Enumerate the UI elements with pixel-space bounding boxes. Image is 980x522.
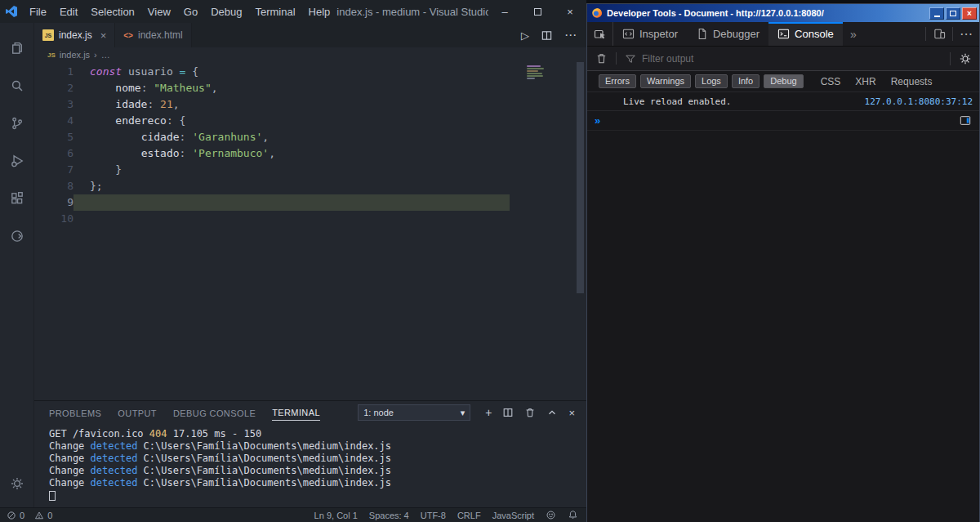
filter-warnings[interactable]: Warnings [640, 74, 691, 88]
console-input-row[interactable]: » [587, 111, 979, 131]
split-terminal-icon[interactable] [502, 407, 514, 418]
close-tab-icon[interactable]: × [100, 29, 107, 42]
notifications-bell-icon[interactable] [568, 510, 578, 520]
filter-errors[interactable]: Errors [599, 74, 636, 88]
menu-terminal[interactable]: Terminal [248, 0, 301, 23]
tab-overflow-chevron[interactable]: » [843, 22, 864, 46]
tab-label: Console [795, 28, 834, 40]
new-terminal-icon[interactable]: + [485, 406, 492, 419]
menu-go[interactable]: Go [177, 0, 204, 23]
code-line[interactable]: 9 [34, 194, 586, 211]
console-settings-gear-icon[interactable] [950, 52, 979, 65]
code-line[interactable]: 10 [34, 211, 586, 227]
filter-debug[interactable]: Debug [764, 74, 803, 88]
run-code-icon[interactable]: ▷ [521, 29, 529, 42]
code-line[interactable]: 2 nome: "Matheus", [34, 80, 586, 96]
clear-console-icon[interactable] [587, 52, 617, 65]
text-segment [90, 82, 115, 94]
filter-xhr[interactable]: XHR [855, 76, 875, 87]
cursor-position[interactable]: Ln 9, Col 1 [314, 511, 358, 520]
pick-element-icon[interactable] [587, 22, 613, 46]
responsive-design-icon[interactable] [926, 22, 952, 46]
live-share-icon[interactable] [0, 217, 34, 255]
source-control-icon[interactable] [0, 105, 34, 142]
filter-requests[interactable]: Requests [891, 76, 933, 87]
minimize-button[interactable]: – [488, 0, 521, 23]
text-segment: nome [115, 82, 140, 94]
terminal-line: GET /favicon.ico 404 17.105 ms - 150 [49, 428, 586, 440]
menu-selection[interactable]: Selection [84, 0, 140, 23]
code-line[interactable]: 4 endereco: { [34, 113, 586, 129]
maximize-icon [534, 8, 541, 16]
encoding-setting[interactable]: UTF-8 [421, 511, 446, 520]
code-line[interactable]: 5 cidade: 'Garanhuns', [34, 129, 586, 145]
minimize-button[interactable] [929, 7, 944, 20]
menu-help[interactable]: Help [302, 0, 337, 23]
html-file-icon: <> [123, 31, 133, 40]
filter-logs[interactable]: Logs [695, 74, 728, 88]
text-segment: Change [49, 477, 91, 489]
console-empty-area[interactable] [587, 131, 979, 522]
kill-terminal-icon[interactable] [524, 407, 536, 418]
text-segment [90, 114, 115, 127]
manage-gear-icon[interactable] [0, 465, 34, 502]
tab-index-html[interactable]: <> index.html [115, 23, 191, 47]
tab-inspector[interactable]: Inspetor [613, 22, 687, 46]
maximize-panel-icon[interactable] [546, 407, 558, 418]
code-line[interactable]: 1const usuario = { [34, 64, 586, 80]
tab-index-js[interactable]: JS index.js × [34, 23, 115, 47]
editor-scrollbar[interactable] [577, 62, 584, 293]
tab-console[interactable]: Console [768, 22, 843, 46]
close-panel-icon[interactable]: × [568, 407, 575, 419]
tab-output[interactable]: OUTPUT [118, 405, 157, 421]
log-level-filters: Errors Warnings Logs Info Debug CSS XHR … [587, 71, 979, 92]
code-editor[interactable]: 1const usuario = {2 nome: "Matheus",3 id… [34, 62, 586, 400]
terminal[interactable]: GET /favicon.ico 404 17.105 ms - 150Chan… [34, 424, 586, 507]
menu-edit[interactable]: Edit [53, 0, 84, 23]
inspector-icon [622, 28, 635, 40]
js-file-icon: JS [42, 29, 54, 41]
terminal-shell-select[interactable]: 1: node ▾ [358, 404, 470, 421]
indentation-setting[interactable]: Spaces: 4 [369, 511, 409, 520]
text-segment [90, 98, 115, 110]
warning-count[interactable]: 0 [34, 511, 52, 520]
code-line[interactable]: 7 } [34, 162, 586, 178]
error-count[interactable]: 0 [7, 511, 24, 520]
filter-css[interactable]: CSS [821, 76, 841, 87]
devtools-menu-icon[interactable]: ⋯ [953, 22, 979, 46]
split-editor-icon[interactable] [541, 29, 553, 42]
maximize-button[interactable] [521, 0, 554, 23]
menu-debug[interactable]: Debug [204, 0, 248, 23]
close-button[interactable]: × [554, 0, 586, 23]
minimap[interactable] [527, 65, 544, 80]
menu-view[interactable]: View [141, 0, 177, 23]
maximize-button[interactable] [946, 7, 960, 20]
extensions-icon[interactable] [0, 180, 34, 217]
tab-debug-console[interactable]: DEBUG CONSOLE [173, 405, 256, 421]
code-line[interactable]: 6 estado: 'Pernambuco', [34, 145, 586, 162]
filter-output-input[interactable]: Filter output [617, 53, 950, 65]
feedback-smiley-icon[interactable] [546, 510, 556, 520]
source-link[interactable]: 127.0.0.1:8080:37:12 [865, 96, 973, 107]
language-mode[interactable]: JavaScript [492, 511, 534, 520]
eol-setting[interactable]: CRLF [457, 511, 481, 520]
close-button[interactable]: × [962, 7, 977, 20]
menu-file[interactable]: File [23, 0, 53, 23]
debug-icon[interactable] [0, 142, 34, 180]
sidebar-toggle-icon[interactable] [960, 115, 971, 126]
chevron-down-icon: ▾ [461, 408, 466, 418]
devtools-titlebar[interactable]: Developer Tools - Document - http://127.… [587, 4, 979, 22]
breadcrumb-file[interactable]: index.js [60, 50, 90, 60]
tab-problems[interactable]: PROBLEMS [49, 405, 101, 421]
search-icon[interactable] [0, 67, 34, 105]
tab-debugger[interactable]: Debugger [687, 22, 768, 46]
explorer-icon[interactable] [0, 29, 34, 67]
tab-label: Debugger [713, 28, 760, 40]
breadcrumb-more[interactable]: … [101, 50, 110, 60]
editor-tabbar: JS index.js × <> index.html ▷ ⋯ [34, 23, 586, 47]
filter-info[interactable]: Info [732, 74, 760, 88]
code-line[interactable]: 8}; [34, 178, 586, 194]
code-line[interactable]: 3 idade: 21, [34, 96, 586, 113]
more-actions-icon[interactable]: ⋯ [564, 28, 577, 42]
tab-terminal[interactable]: TERMINAL [272, 404, 320, 421]
